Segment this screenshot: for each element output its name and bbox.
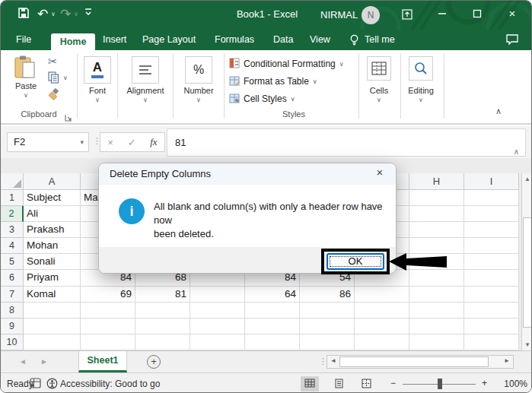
cell-A1[interactable]: Subject	[24, 190, 81, 206]
row-header-9[interactable]: 9	[1, 319, 24, 334]
cell-I1[interactable]	[464, 190, 519, 206]
confirm-entry-icon[interactable]: ✓	[128, 137, 136, 148]
tab-insert[interactable]: Insert	[103, 34, 126, 45]
scroll-right-icon[interactable]: ►	[504, 357, 510, 364]
cell-I8[interactable]	[464, 303, 519, 319]
conditional-formatting-button[interactable]: Conditional Formatting ∨	[229, 56, 344, 71]
undo-icon[interactable]: ↶	[37, 6, 48, 23]
cell-A5[interactable]: Sonali	[24, 254, 81, 270]
paste-dropdown-icon[interactable]: ∨	[11, 92, 40, 99]
column-header-H[interactable]: H	[409, 173, 464, 190]
row-header-6[interactable]: 6	[1, 270, 24, 286]
font-button[interactable]: A	[84, 56, 111, 84]
page-layout-view-icon[interactable]	[330, 376, 348, 391]
cell-I2[interactable]	[464, 206, 519, 222]
scroll-up-icon[interactable]: ▲	[522, 176, 532, 182]
tab-data[interactable]: Data	[273, 34, 293, 45]
undo-dropdown-icon[interactable]: ∨	[51, 11, 56, 17]
cell-G8[interactable]	[355, 303, 409, 319]
accessibility-status[interactable]: Accessibility: Good to go	[60, 379, 160, 389]
cell-I10[interactable]	[464, 334, 519, 350]
cell-F10[interactable]	[300, 334, 355, 350]
clipboard-dialog-launcher-icon[interactable]	[65, 111, 72, 125]
cell-D10[interactable]	[190, 334, 245, 350]
formula-input[interactable]: 81 ∧	[167, 128, 526, 157]
cell-C9[interactable]	[135, 319, 190, 334]
cell-A9[interactable]	[24, 319, 81, 334]
row-header-5[interactable]: 5	[1, 254, 24, 270]
cell-H10[interactable]	[409, 334, 464, 350]
sheet-tab-sheet1[interactable]: Sheet1	[78, 351, 127, 372]
sheet-nav-right-icon[interactable]: ►	[40, 357, 48, 366]
cell-A7[interactable]: Komal	[24, 287, 81, 303]
alignment-label[interactable]: Alignment	[115, 86, 176, 95]
redo-icon[interactable]: ↷	[60, 6, 71, 23]
row-header-1[interactable]: 1	[1, 190, 24, 206]
redo-dropdown-icon[interactable]: ∨	[74, 11, 78, 17]
cell-E8[interactable]	[245, 303, 300, 319]
editing-button[interactable]	[409, 56, 433, 81]
cell-styles-button[interactable]: Cell Styles ∨	[229, 91, 295, 106]
cell-I7[interactable]	[464, 287, 519, 303]
cell-G9[interactable]	[355, 319, 409, 334]
new-sheet-button[interactable]: +	[147, 355, 161, 369]
cells-button[interactable]	[367, 56, 391, 81]
macro-record-icon[interactable]	[30, 378, 41, 391]
cell-A10[interactable]	[24, 334, 81, 350]
cell-I5[interactable]	[464, 254, 519, 270]
insert-function-icon[interactable]: fx	[150, 136, 157, 148]
number-label[interactable]: Number	[168, 86, 229, 95]
row-header-8[interactable]: 8	[1, 303, 24, 319]
zoom-in-icon[interactable]: +	[482, 378, 487, 388]
cell-A3[interactable]: Prakash	[24, 222, 81, 238]
scroll-down-icon[interactable]: ▼	[522, 341, 532, 348]
row-header-10[interactable]: 10	[1, 334, 24, 350]
ok-button[interactable]: OK	[327, 253, 384, 270]
cell-D9[interactable]	[190, 319, 245, 334]
name-box[interactable]: F2 ▾	[7, 132, 89, 152]
cell-H3[interactable]	[409, 222, 464, 238]
row-header-7[interactable]: 7	[1, 287, 24, 303]
cell-D8[interactable]	[190, 303, 245, 319]
cell-H6[interactable]	[409, 270, 464, 286]
format-as-table-button[interactable]: Format as Table ∨	[229, 74, 317, 89]
cell-C10[interactable]	[135, 334, 190, 350]
normal-view-icon[interactable]	[301, 376, 319, 391]
row-header-3[interactable]: 3	[1, 222, 24, 238]
tab-view[interactable]: View	[310, 34, 330, 45]
vertical-scroll-thumb[interactable]	[523, 217, 532, 328]
cell-B8[interactable]	[81, 303, 135, 319]
cell-B7[interactable]: 69	[81, 287, 135, 303]
editing-dropdown-icon[interactable]: ∨	[390, 97, 451, 103]
tell-me[interactable]: Tell me	[365, 34, 395, 45]
cell-B10[interactable]	[81, 334, 135, 350]
accessibility-icon[interactable]	[46, 378, 58, 391]
copy-icon[interactable]	[48, 71, 59, 87]
customize-qat-icon[interactable]	[84, 7, 92, 19]
cell-B9[interactable]	[81, 319, 135, 334]
horizontal-scroll-thumb[interactable]	[339, 357, 489, 367]
collapse-ribbon-icon[interactable]: ∧	[495, 106, 502, 116]
cell-F8[interactable]	[300, 303, 355, 319]
tab-page-layout[interactable]: Page Layout	[142, 34, 196, 45]
comment-icon[interactable]	[505, 33, 519, 49]
cell-I6[interactable]	[464, 270, 519, 286]
user-name[interactable]: NIRMAL	[320, 9, 358, 21]
cell-H2[interactable]	[409, 206, 464, 222]
number-dropdown-icon[interactable]: ∨	[168, 97, 229, 103]
paste-icon[interactable]	[13, 55, 37, 84]
row-header-2[interactable]: 2	[1, 206, 24, 222]
cell-H8[interactable]	[409, 303, 464, 319]
maximize-button[interactable]	[466, 7, 489, 24]
cut-icon[interactable]: ✂	[48, 55, 58, 68]
sheet-nav-left-icon[interactable]: ◄	[19, 357, 27, 366]
scroll-left-icon[interactable]: ◄	[330, 357, 336, 364]
lightbulb-icon[interactable]	[349, 34, 359, 49]
name-box-dropdown-icon[interactable]: ▾	[80, 133, 84, 151]
cell-A4[interactable]: Mohan	[24, 238, 81, 254]
cell-H9[interactable]	[409, 319, 464, 334]
cell-I3[interactable]	[464, 222, 519, 238]
paste-label[interactable]: Paste	[11, 81, 40, 90]
number-button[interactable]: %	[185, 56, 212, 84]
vertical-scrollbar[interactable]: ▲ ▼	[521, 173, 532, 350]
